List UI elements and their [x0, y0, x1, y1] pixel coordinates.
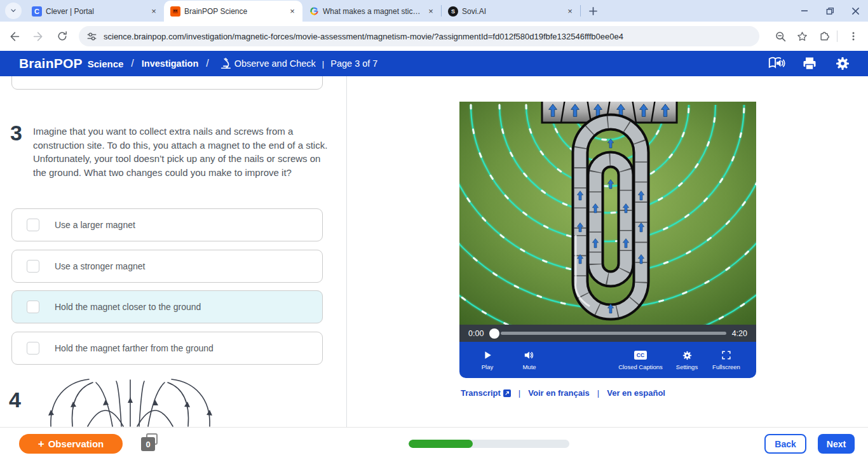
- checkbox[interactable]: [27, 301, 39, 313]
- video-timeline[interactable]: 0:00 4:20: [459, 325, 756, 342]
- tab-strip: C Clever | Portal × BrainPOP Science ×: [0, 0, 868, 22]
- close-window-button[interactable]: [843, 0, 868, 22]
- tab-brainpop[interactable]: BrainPOP Science ×: [164, 1, 302, 22]
- link-separator: |: [597, 388, 599, 398]
- mute-label: Mute: [522, 363, 536, 370]
- progress-bar: [409, 440, 569, 448]
- back-button[interactable]: Back: [764, 434, 806, 454]
- tab-close-icon[interactable]: ×: [426, 6, 436, 17]
- panel-divider: [346, 76, 347, 427]
- tab-sovi[interactable]: S Sovi.AI ×: [442, 1, 580, 22]
- google-favicon: [309, 6, 319, 17]
- page-title: Observe and Check: [234, 58, 316, 69]
- tab-title: Sovi.AI: [462, 7, 561, 16]
- back-nav-button[interactable]: [4, 26, 24, 46]
- observation-counter[interactable]: 0: [141, 433, 160, 452]
- chevron-down-icon: [10, 7, 17, 15]
- video-links: Transcript | Voir en français | Ver en e…: [459, 388, 756, 398]
- speaker-icon: [524, 349, 535, 361]
- browser-toolbar: science.brainpop.com/investigation/magne…: [0, 22, 868, 51]
- breadcrumb-separator: /: [131, 58, 133, 69]
- seek-track[interactable]: [501, 332, 726, 335]
- transcript-link[interactable]: Transcript: [461, 388, 511, 398]
- moby-robot-icon: [172, 8, 179, 15]
- checkbox[interactable]: [27, 260, 39, 273]
- reload-button[interactable]: [52, 26, 72, 46]
- tab-title: BrainPOP Science: [184, 7, 283, 16]
- cc-label: Closed Captions: [618, 363, 663, 370]
- tab-title: Clever | Portal: [46, 7, 145, 16]
- option-label: Hold the magnet farther from the ground: [55, 343, 214, 353]
- checkbox[interactable]: [27, 342, 39, 355]
- answer-option[interactable]: Use a stronger magnet: [11, 250, 323, 283]
- header-divider: |: [322, 59, 324, 69]
- toolbar-separator: [837, 30, 837, 42]
- site-settings-icon[interactable]: [86, 31, 97, 42]
- google-g-icon: [309, 6, 319, 16]
- minimize-button[interactable]: [792, 0, 817, 22]
- settings-button[interactable]: [834, 55, 851, 72]
- current-time: 0:00: [468, 329, 484, 338]
- video-controls: Play Mute CC Closed Captions Settings: [459, 342, 756, 378]
- checkbox[interactable]: [27, 219, 39, 231]
- fullscreen-button[interactable]: Fullscreen: [707, 349, 746, 370]
- browser-menu-button[interactable]: [844, 27, 863, 46]
- transcript-label: Transcript: [461, 388, 501, 398]
- printer-icon: [802, 56, 817, 71]
- brainpop-header: BrainPOP Science / Investigation / Obser…: [0, 51, 868, 76]
- brainpop-favicon: [170, 6, 180, 17]
- tab-search-button[interactable]: [5, 3, 22, 19]
- question-number: 4: [9, 389, 21, 410]
- mute-button[interactable]: Mute: [512, 349, 547, 370]
- question-paragraph: Unfortunately, your tool doesn’t pick up…: [33, 152, 329, 179]
- next-button[interactable]: Next: [818, 434, 855, 454]
- tab-clever[interactable]: C Clever | Portal ×: [25, 1, 164, 22]
- zoom-minus-icon: [775, 30, 787, 43]
- reload-icon: [57, 30, 68, 42]
- answer-option-partial[interactable]: other objects: [11, 76, 323, 90]
- new-tab-button[interactable]: [585, 3, 601, 19]
- plus-icon: +: [38, 438, 44, 450]
- tab-close-icon[interactable]: ×: [149, 6, 159, 17]
- forward-nav-button[interactable]: [28, 26, 48, 46]
- minimize-icon: [801, 7, 808, 15]
- restore-button[interactable]: [817, 0, 843, 22]
- spanish-link[interactable]: Ver en español: [607, 388, 665, 398]
- video-frame-magnet-animation[interactable]: [459, 102, 756, 325]
- fullscreen-label: Fullscreen: [712, 363, 740, 370]
- play-label: Play: [482, 363, 493, 370]
- back-arrow-icon: [8, 30, 20, 43]
- brainpop-logo[interactable]: BrainPOP: [19, 56, 83, 71]
- play-button[interactable]: Play: [470, 349, 505, 370]
- video-player: 0:00 4:20 Play Mute CC Closed Captio: [459, 102, 756, 398]
- question-number: 3: [10, 122, 22, 144]
- kebab-menu-icon: [848, 31, 858, 41]
- duration: 4:20: [732, 329, 747, 338]
- add-observation-button[interactable]: + Observation: [19, 434, 123, 454]
- print-button[interactable]: [801, 55, 818, 72]
- read-aloud-button[interactable]: [768, 55, 785, 72]
- question-text: Imagine that you want to collect extra n…: [33, 125, 329, 179]
- breadcrumb-investigation[interactable]: Investigation: [142, 58, 198, 69]
- answer-option[interactable]: Hold the magnet farther from the ground: [11, 332, 323, 365]
- extensions-button[interactable]: [814, 27, 833, 46]
- star-icon: [796, 30, 808, 43]
- toolbar-right-icons: [768, 27, 863, 46]
- option-label: Hold the magnet closer to the ground: [55, 302, 201, 312]
- cc-icon: CC: [634, 349, 647, 361]
- observation-label: Observation: [48, 438, 104, 449]
- french-link[interactable]: Voir en français: [528, 388, 590, 398]
- zoom-out-indicator[interactable]: [771, 27, 790, 46]
- closed-captions-button[interactable]: CC Closed Captions: [614, 349, 667, 370]
- tab-close-icon[interactable]: ×: [287, 6, 297, 17]
- tab-google-search[interactable]: What makes a magnet stick to ×: [302, 1, 441, 22]
- breadcrumb-separator: /: [206, 58, 208, 69]
- address-bar[interactable]: science.brainpop.com/investigation/magne…: [79, 26, 759, 46]
- tab-close-icon[interactable]: ×: [565, 6, 575, 17]
- seek-handle[interactable]: [489, 328, 499, 339]
- answer-option[interactable]: Use a larger magnet: [11, 208, 323, 241]
- bookmark-button[interactable]: [792, 27, 811, 46]
- url-text[interactable]: science.brainpop.com/investigation/magne…: [104, 32, 623, 41]
- video-settings-button[interactable]: Settings: [667, 349, 707, 370]
- answer-option[interactable]: Hold the magnet closer to the ground: [11, 290, 323, 323]
